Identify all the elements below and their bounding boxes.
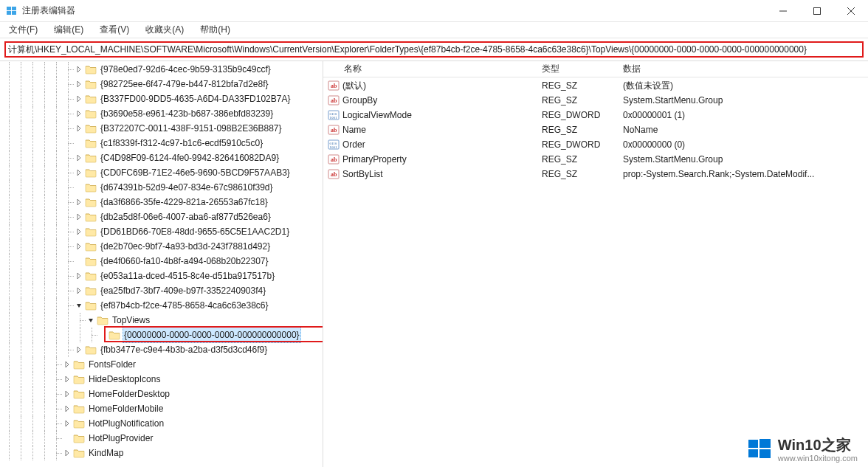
value-row[interactable]: NameREG_SZNoName [323, 122, 868, 137]
tree-item[interactable]: {da3f6866-35fe-4229-821a-26553a67fc18} [3, 195, 323, 210]
folder-icon [85, 123, 97, 134]
tree-item[interactable]: HomeFolderMobile [3, 401, 323, 416]
tree-item-label: {B337FD00-9DD5-4635-A6D4-DA33FD102B7A} [99, 91, 292, 106]
value-type: REG_SZ [537, 169, 619, 179]
chevron-right-icon[interactable] [62, 404, 72, 414]
tree-item-label: {C4D98F09-6124-4fe0-9942-826416082DA9} [99, 151, 280, 165]
address-bar[interactable]: 计算机\HKEY_LOCAL_MACHINE\SOFTWARE\Microsof… [4, 41, 864, 58]
chevron-right-icon[interactable] [62, 418, 72, 429]
tree-item[interactable]: FontsFolder [3, 357, 323, 372]
tree-item-label: {b3690e58-e961-423b-b687-386ebfd83239} [99, 106, 275, 121]
tree-item-label: HomeFolderMobile [87, 401, 165, 416]
value-name: LogicalViewMode [342, 110, 537, 120]
tree-item[interactable]: {de4f0660-fa10-4b8f-a494-068b20b22307} [3, 254, 323, 269]
value-row[interactable]: SortByListREG_SZprop:-System.Search.Rank… [323, 167, 868, 181]
tree-item[interactable]: {978e0ed7-92d6-4cec-9b59-3135b9c49ccf} [3, 62, 323, 77]
value-name: (默认) [342, 80, 537, 92]
tree-item[interactable]: TopViews [3, 313, 323, 328]
value-row[interactable]: OrderREG_DWORD0x00000000 (0) [323, 137, 868, 152]
chevron-right-icon[interactable] [74, 94, 84, 104]
value-row[interactable]: LogicalViewModeREG_DWORD0x00000001 (1) [323, 108, 868, 122]
tree-item[interactable]: HotPlugProvider [3, 431, 323, 446]
tree-item[interactable]: {de2b70ec-9bf7-4a93-bd3d-243f7881d492} [3, 239, 323, 254]
tree-item[interactable]: HideDesktopIcons [3, 372, 323, 387]
value-data: 0x00000001 (1) [619, 110, 868, 120]
chevron-right-icon[interactable] [74, 123, 84, 134]
tree-item[interactable]: HotPlugNotification [3, 416, 323, 431]
tree-item-label: HotPlugNotification [87, 416, 165, 431]
menu-view[interactable]: 查看(V) [95, 22, 134, 38]
minimize-button[interactable] [766, 0, 800, 22]
tree-item[interactable]: {b3690e58-e961-423b-b687-386ebfd83239} [3, 106, 323, 121]
string-value-icon [328, 124, 340, 136]
chevron-right-icon[interactable] [74, 64, 84, 75]
folder-icon [85, 79, 97, 89]
menu-help[interactable]: 帮助(H) [196, 22, 235, 38]
tree-item[interactable]: {d674391b-52d9-4e07-834e-67c98610f39d} [3, 180, 323, 195]
chevron-right-icon[interactable] [74, 79, 84, 89]
value-name: Name [342, 125, 537, 135]
value-row[interactable]: GroupByREG_SZSystem.StartMenu.Group [323, 93, 868, 108]
value-data: prop:-System.Search.Rank;-System.DateMod… [619, 169, 868, 179]
chevron-down-icon[interactable] [86, 315, 96, 325]
tree-item[interactable]: {c1f8339f-f312-4c97-b1c6-ecdf5910c5c0} [3, 136, 323, 151]
chevron-right-icon[interactable] [62, 448, 72, 458]
chevron-right-icon[interactable] [74, 212, 84, 222]
close-button[interactable] [834, 0, 868, 22]
tree-item[interactable]: KindMap [3, 446, 323, 460]
tree-item[interactable]: {B372207C-0011-438F-9151-098B2E36B887} [3, 121, 323, 136]
chevron-right-icon[interactable] [74, 241, 84, 252]
chevron-right-icon[interactable] [74, 153, 84, 163]
chevron-right-icon[interactable] [74, 197, 84, 207]
tree-item[interactable]: {ea25fbd7-3bf7-409e-b97f-3352240903f4} [3, 283, 323, 298]
svg-rect-5 [814, 7, 821, 14]
chevron-right-icon[interactable] [74, 345, 84, 355]
menu-file[interactable]: 文件(F) [4, 22, 42, 38]
tree-item[interactable]: {DD61BD66-70E8-48dd-9655-65C5E1AAC2D1} [3, 224, 323, 239]
chevron-right-icon[interactable] [74, 167, 84, 178]
col-header-name[interactable]: 名称 [323, 63, 537, 75]
values-pane[interactable]: 名称 类型 数据 (默认)REG_SZ(数值未设置)GroupByREG_SZS… [323, 61, 868, 467]
chevron-right-icon[interactable] [62, 359, 72, 370]
tree-item[interactable]: {B337FD00-9DD5-4635-A6D4-DA33FD102B7A} [3, 91, 323, 106]
menu-favorites[interactable]: 收藏夹(A) [141, 22, 188, 38]
tree-item[interactable]: {ef87b4cb-f2ce-4785-8658-4ca6c63e38c6} [3, 298, 323, 313]
folder-icon [85, 94, 97, 104]
tree-item-label: HomeFolderDesktop [87, 387, 171, 401]
chevron-right-icon[interactable] [74, 226, 84, 237]
chevron-right-icon[interactable] [74, 271, 84, 281]
col-header-data[interactable]: 数据 [619, 63, 868, 75]
tree-item[interactable]: HomeFolderDesktop [3, 387, 323, 401]
tree-item[interactable]: {e053a11a-dced-4515-8c4e-d51ba917517b} [3, 269, 323, 283]
value-type: REG_DWORD [537, 110, 619, 120]
tree-item[interactable]: {db2a5d8f-06e6-4007-aba6-af877d526ea6} [3, 210, 323, 224]
content-area: {978e0ed7-92d6-4cec-9b59-3135b9c49ccf}{9… [0, 60, 868, 467]
chevron-right-icon[interactable] [62, 374, 72, 384]
tree-item[interactable]: {00000000-0000-0000-0000-000000000000} [3, 328, 323, 342]
tree-item-label: HotPlugProvider [87, 431, 154, 446]
tree-item-label: {fbb3477e-c9e4-4b3b-a2ba-d3f5d3cd46f9} [99, 342, 269, 357]
tree-item-label: {de2b70ec-9bf7-4a93-bd3d-243f7881d492} [99, 239, 272, 254]
tree-item[interactable]: {fbb3477e-c9e4-4b3b-a2ba-d3f5d3cd46f9} [3, 342, 323, 357]
value-row[interactable]: PrimaryPropertyREG_SZSystem.StartMenu.Gr… [323, 152, 868, 167]
value-data: System.StartMenu.Group [619, 95, 868, 105]
folder-icon [85, 138, 97, 148]
tree-item[interactable]: {CD0FC69B-71E2-46e5-9690-5BCD9F57AAB3} [3, 165, 323, 180]
value-name: Order [342, 139, 537, 150]
menu-edit[interactable]: 编辑(E) [49, 22, 88, 38]
chevron-right-icon[interactable] [74, 286, 84, 296]
value-type: REG_SZ [537, 95, 619, 105]
folder-icon [73, 374, 85, 384]
chevron-right-icon[interactable] [74, 108, 84, 119]
tree-pane[interactable]: {978e0ed7-92d6-4cec-9b59-3135b9c49ccf}{9… [0, 61, 323, 467]
chevron-down-icon[interactable] [74, 300, 84, 311]
folder-icon [85, 241, 97, 252]
folder-icon [85, 212, 97, 222]
chevron-none [74, 182, 84, 193]
value-row[interactable]: (默认)REG_SZ(数值未设置) [323, 78, 868, 93]
tree-item[interactable]: {C4D98F09-6124-4fe0-9942-826416082DA9} [3, 151, 323, 165]
maximize-button[interactable] [800, 0, 834, 22]
tree-item[interactable]: {982725ee-6f47-479e-b447-812bfa7d2e8f} [3, 77, 323, 91]
chevron-right-icon[interactable] [62, 389, 72, 399]
col-header-type[interactable]: 类型 [537, 63, 619, 75]
